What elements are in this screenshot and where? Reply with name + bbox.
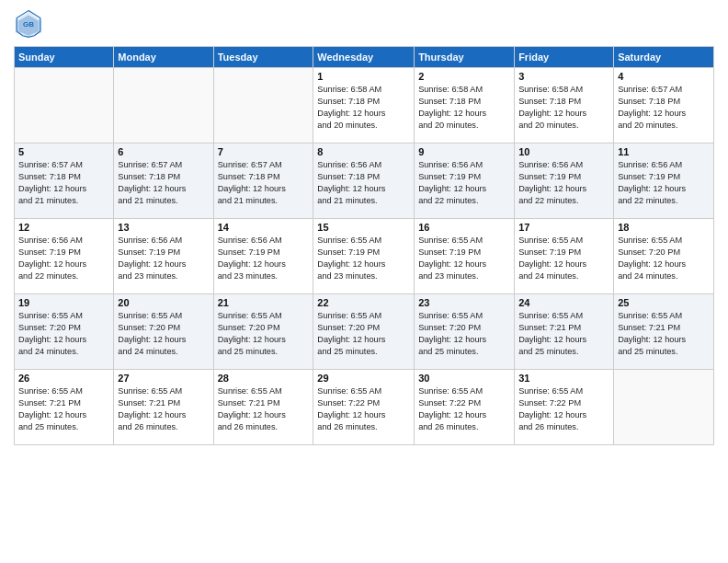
calendar-cell: 17Sunrise: 6:55 AM Sunset: 7:19 PM Dayli…: [515, 219, 614, 294]
day-number: 3: [518, 71, 609, 82]
week-row-0: 1Sunrise: 6:58 AM Sunset: 7:18 PM Daylig…: [15, 68, 714, 144]
calendar-cell: 28Sunrise: 6:55 AM Sunset: 7:21 PM Dayli…: [213, 370, 313, 445]
calendar-cell: 18Sunrise: 6:55 AM Sunset: 7:20 PM Dayli…: [614, 219, 714, 294]
calendar-cell: 11Sunrise: 6:56 AM Sunset: 7:19 PM Dayli…: [614, 144, 714, 219]
calendar-cell: 10Sunrise: 6:56 AM Sunset: 7:19 PM Dayli…: [515, 144, 614, 219]
calendar-cell: 31Sunrise: 6:55 AM Sunset: 7:22 PM Dayli…: [515, 370, 614, 445]
calendar-cell: 6Sunrise: 6:57 AM Sunset: 7:18 PM Daylig…: [114, 144, 213, 219]
week-row-4: 26Sunrise: 6:55 AM Sunset: 7:21 PM Dayli…: [15, 370, 714, 445]
cell-info: Sunrise: 6:55 AM Sunset: 7:19 PM Dayligh…: [518, 235, 609, 282]
day-number: 24: [518, 297, 609, 308]
day-number: 19: [18, 297, 109, 308]
cell-info: Sunrise: 6:55 AM Sunset: 7:22 PM Dayligh…: [317, 385, 410, 433]
cell-info: Sunrise: 6:55 AM Sunset: 7:20 PM Dayligh…: [18, 310, 109, 358]
cell-info: Sunrise: 6:57 AM Sunset: 7:18 PM Dayligh…: [618, 84, 710, 132]
day-header-saturday: Saturday: [614, 47, 714, 68]
calendar-cell: 19Sunrise: 6:55 AM Sunset: 7:20 PM Dayli…: [15, 294, 114, 370]
day-number: 2: [418, 71, 510, 82]
day-number: 6: [118, 146, 209, 157]
calendar-cell: 2Sunrise: 6:58 AM Sunset: 7:18 PM Daylig…: [415, 68, 515, 144]
calendar-cell: 16Sunrise: 6:55 AM Sunset: 7:19 PM Dayli…: [415, 219, 515, 294]
calendar-cell: 12Sunrise: 6:56 AM Sunset: 7:19 PM Dayli…: [15, 219, 114, 294]
cell-info: Sunrise: 6:55 AM Sunset: 7:20 PM Dayligh…: [218, 310, 310, 358]
day-number: 31: [518, 373, 609, 384]
cell-info: Sunrise: 6:58 AM Sunset: 7:18 PM Dayligh…: [518, 84, 609, 132]
calendar-cell: 1Sunrise: 6:58 AM Sunset: 7:18 PM Daylig…: [313, 68, 415, 144]
calendar-cell: 7Sunrise: 6:57 AM Sunset: 7:18 PM Daylig…: [213, 144, 313, 219]
calendar-cell: 26Sunrise: 6:55 AM Sunset: 7:21 PM Dayli…: [15, 370, 114, 445]
cell-info: Sunrise: 6:55 AM Sunset: 7:21 PM Dayligh…: [18, 385, 109, 433]
day-number: 27: [118, 373, 209, 384]
calendar-cell: 15Sunrise: 6:55 AM Sunset: 7:19 PM Dayli…: [313, 219, 415, 294]
day-number: 18: [618, 222, 710, 233]
day-header-sunday: Sunday: [15, 47, 114, 68]
cell-info: Sunrise: 6:55 AM Sunset: 7:21 PM Dayligh…: [118, 385, 209, 433]
calendar-cell: 24Sunrise: 6:55 AM Sunset: 7:21 PM Dayli…: [515, 294, 614, 370]
day-header-monday: Monday: [114, 47, 213, 68]
day-header-row: SundayMondayTuesdayWednesdayThursdayFrid…: [15, 47, 714, 68]
day-number: 26: [18, 373, 109, 384]
cell-info: Sunrise: 6:56 AM Sunset: 7:19 PM Dayligh…: [618, 159, 710, 207]
cell-info: Sunrise: 6:55 AM Sunset: 7:19 PM Dayligh…: [418, 235, 510, 282]
calendar-cell: [15, 68, 114, 144]
cell-info: Sunrise: 6:55 AM Sunset: 7:19 PM Dayligh…: [317, 235, 410, 282]
calendar-cell: [614, 370, 714, 445]
day-header-thursday: Thursday: [415, 47, 515, 68]
cell-info: Sunrise: 6:57 AM Sunset: 7:18 PM Dayligh…: [18, 159, 109, 207]
day-number: 14: [218, 222, 310, 233]
day-number: 13: [118, 222, 209, 233]
day-number: 22: [317, 297, 410, 308]
svg-text:GB: GB: [23, 20, 34, 29]
cell-info: Sunrise: 6:55 AM Sunset: 7:22 PM Dayligh…: [518, 385, 609, 433]
cell-info: Sunrise: 6:55 AM Sunset: 7:20 PM Dayligh…: [418, 310, 510, 358]
day-number: 17: [518, 222, 609, 233]
week-row-2: 12Sunrise: 6:56 AM Sunset: 7:19 PM Dayli…: [15, 219, 714, 294]
day-number: 15: [317, 222, 410, 233]
cell-info: Sunrise: 6:55 AM Sunset: 7:21 PM Dayligh…: [618, 310, 710, 358]
cell-info: Sunrise: 6:56 AM Sunset: 7:19 PM Dayligh…: [18, 235, 109, 282]
week-row-1: 5Sunrise: 6:57 AM Sunset: 7:18 PM Daylig…: [15, 144, 714, 219]
calendar-cell: 9Sunrise: 6:56 AM Sunset: 7:19 PM Daylig…: [415, 144, 515, 219]
calendar-cell: 4Sunrise: 6:57 AM Sunset: 7:18 PM Daylig…: [614, 68, 714, 144]
day-number: 20: [118, 297, 209, 308]
day-number: 23: [418, 297, 510, 308]
calendar-cell: 25Sunrise: 6:55 AM Sunset: 7:21 PM Dayli…: [614, 294, 714, 370]
cell-info: Sunrise: 6:56 AM Sunset: 7:19 PM Dayligh…: [118, 235, 209, 282]
header: GB: [14, 9, 714, 39]
calendar-cell: 8Sunrise: 6:56 AM Sunset: 7:18 PM Daylig…: [313, 144, 415, 219]
day-number: 7: [218, 146, 310, 157]
logo: GB: [14, 9, 47, 39]
day-number: 25: [618, 297, 710, 308]
cell-info: Sunrise: 6:57 AM Sunset: 7:18 PM Dayligh…: [118, 159, 209, 207]
cell-info: Sunrise: 6:57 AM Sunset: 7:18 PM Dayligh…: [218, 159, 310, 207]
day-number: 12: [18, 222, 109, 233]
week-row-3: 19Sunrise: 6:55 AM Sunset: 7:20 PM Dayli…: [15, 294, 714, 370]
cell-info: Sunrise: 6:55 AM Sunset: 7:20 PM Dayligh…: [118, 310, 209, 358]
cell-info: Sunrise: 6:55 AM Sunset: 7:22 PM Dayligh…: [418, 385, 510, 433]
cell-info: Sunrise: 6:55 AM Sunset: 7:21 PM Dayligh…: [218, 385, 310, 433]
day-header-tuesday: Tuesday: [213, 47, 313, 68]
day-header-wednesday: Wednesday: [313, 47, 415, 68]
day-number: 1: [317, 71, 410, 82]
day-number: 30: [418, 373, 510, 384]
calendar-table: SundayMondayTuesdayWednesdayThursdayFrid…: [14, 46, 714, 445]
page: GB SundayMondayTuesdayWednesdayThursdayF…: [0, 0, 728, 563]
cell-info: Sunrise: 6:55 AM Sunset: 7:21 PM Dayligh…: [518, 310, 609, 358]
calendar-cell: 14Sunrise: 6:56 AM Sunset: 7:19 PM Dayli…: [213, 219, 313, 294]
calendar-cell: [114, 68, 213, 144]
day-number: 11: [618, 146, 710, 157]
calendar-cell: 5Sunrise: 6:57 AM Sunset: 7:18 PM Daylig…: [15, 144, 114, 219]
day-number: 16: [418, 222, 510, 233]
calendar-cell: 27Sunrise: 6:55 AM Sunset: 7:21 PM Dayli…: [114, 370, 213, 445]
cell-info: Sunrise: 6:56 AM Sunset: 7:19 PM Dayligh…: [418, 159, 510, 207]
cell-info: Sunrise: 6:56 AM Sunset: 7:18 PM Dayligh…: [317, 159, 410, 207]
cell-info: Sunrise: 6:58 AM Sunset: 7:18 PM Dayligh…: [418, 84, 510, 132]
day-number: 9: [418, 146, 510, 157]
cell-info: Sunrise: 6:58 AM Sunset: 7:18 PM Dayligh…: [317, 84, 410, 132]
cell-info: Sunrise: 6:56 AM Sunset: 7:19 PM Dayligh…: [218, 235, 310, 282]
calendar-cell: [213, 68, 313, 144]
calendar-cell: 21Sunrise: 6:55 AM Sunset: 7:20 PM Dayli…: [213, 294, 313, 370]
day-number: 8: [317, 146, 410, 157]
calendar-cell: 13Sunrise: 6:56 AM Sunset: 7:19 PM Dayli…: [114, 219, 213, 294]
day-header-friday: Friday: [515, 47, 614, 68]
